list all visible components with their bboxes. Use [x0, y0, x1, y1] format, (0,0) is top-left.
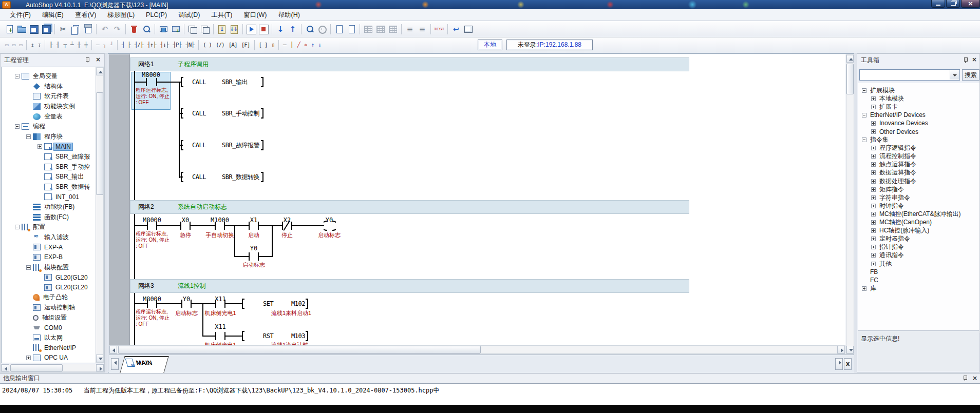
scroll-thumb[interactable] — [10, 364, 63, 371]
contact-label[interactable]: X11 — [215, 296, 226, 303]
tree-item[interactable]: 功能块(FB) — [2, 202, 104, 212]
contact-label[interactable]: M8000 — [143, 217, 161, 224]
chevron-down-icon[interactable] — [950, 70, 959, 80]
expand-toggle-icon[interactable] — [26, 356, 31, 360]
copy-icon[interactable] — [70, 24, 81, 35]
contact-label[interactable]: X11 — [215, 324, 226, 330]
expand-toggle-icon[interactable] — [862, 137, 866, 142]
expand-toggle-icon[interactable] — [871, 237, 876, 241]
delete-icon[interactable] — [128, 24, 140, 35]
output-message-area[interactable]: 2024/08/07 15:30:05 当前工程为低版本工程，原工程已备份至:F… — [0, 383, 980, 405]
scroll-up-button[interactable] — [846, 55, 854, 63]
scroll-thumb[interactable] — [846, 64, 854, 94]
line-horizontal-icon[interactable]: ─ — [95, 40, 101, 51]
menu-item-8[interactable]: 帮助(H) — [273, 9, 306, 21]
save-icon[interactable] — [28, 24, 40, 35]
tree-item[interactable]: 字符串指令 — [858, 193, 979, 202]
scroll-thumb[interactable] — [96, 92, 103, 195]
expand-toggle-icon[interactable] — [871, 228, 876, 233]
expand-toggle-icon[interactable] — [871, 253, 876, 258]
menu-item-6[interactable]: 工具(T) — [205, 9, 238, 21]
compare-box-icon[interactable]: ▯ — [270, 40, 276, 51]
move-up-icon[interactable]: ↑ — [310, 40, 316, 51]
expand-toggle-icon[interactable] — [871, 212, 876, 217]
coil-negated-icon[interactable]: (/) — [214, 40, 226, 51]
tree-item[interactable]: MC轴控(CanOpen) — [858, 219, 979, 227]
contact-label[interactable]: Y0 — [250, 245, 257, 252]
tree-item[interactable]: 编程 — [2, 122, 104, 132]
tree-item[interactable]: 全局变量 — [2, 71, 104, 82]
expand-toggle-icon[interactable] — [871, 162, 876, 167]
run-icon[interactable] — [246, 24, 257, 35]
tree-item[interactable]: EXP-A — [2, 242, 104, 252]
tree-item[interactable]: HC轴控(脉冲输入) — [858, 227, 979, 235]
call-operand[interactable]: SBR_输出 — [222, 78, 248, 86]
tree-item[interactable]: GL20(GL20 — [2, 272, 104, 283]
undo-icon[interactable]: ↶ — [99, 24, 110, 35]
tree-item[interactable]: 结构体 — [2, 82, 104, 92]
branch-node-icon[interactable]: ┿ — [83, 40, 89, 51]
tree-item[interactable]: 触点运算指令 — [858, 161, 979, 169]
expand-toggle-icon[interactable] — [871, 245, 876, 249]
tree-item[interactable]: SBR_手动控 — [2, 162, 104, 172]
tree-item[interactable]: 运动控制轴 — [2, 303, 104, 313]
network-2-header[interactable]: 网络2 系统自动启动标志 — [130, 200, 689, 214]
title-bar[interactable]: AutoShop V4.10.1.1 F:\QQ浏览器下载\123 - [MAI… — [0, 0, 980, 9]
branch-cross-icon[interactable]: ╂ — [76, 40, 82, 51]
expand-toggle-icon[interactable] — [15, 225, 20, 229]
tree-item[interactable]: SBR_输出 — [2, 172, 104, 182]
write-monitor-icon[interactable]: ✎ — [333, 24, 345, 35]
scroll-right-button[interactable] — [837, 346, 845, 353]
contact-label[interactable]: M8000 — [143, 296, 161, 303]
call-op[interactable]: CALL — [192, 173, 206, 181]
draw-hline-icon[interactable]: ─ — [281, 40, 288, 51]
tree-item[interactable]: Other Devices — [858, 127, 979, 135]
stop-icon[interactable] — [258, 24, 269, 35]
ladder-canvas[interactable]: 网络1 子程序调用 M8000 程序运行标志,运行: ON, 停止: OFF C… — [109, 54, 845, 345]
scroll-left-button[interactable] — [2, 364, 9, 371]
tab-close-button[interactable]: x — [844, 358, 852, 370]
draw-vline-icon[interactable]: │ — [289, 40, 295, 51]
tree-item[interactable]: 时钟指令 — [858, 202, 979, 210]
tree-item[interactable]: 扩展卡 — [858, 103, 979, 111]
expand-toggle-icon[interactable] — [862, 113, 866, 117]
tree-item[interactable]: FB — [858, 268, 979, 276]
delete-element-icon[interactable]: ∗ — [303, 40, 309, 51]
close-panel-icon[interactable]: × — [972, 375, 978, 382]
tree-item[interactable]: GL20(GL20 — [2, 282, 104, 292]
window-cascade-icon[interactable] — [187, 24, 198, 35]
insert-row-below-icon[interactable]: ↧ — [36, 40, 43, 51]
tree-item[interactable]: FC — [858, 276, 979, 284]
expand-toggle-icon[interactable] — [871, 220, 876, 225]
close-panel-icon[interactable]: × — [971, 56, 977, 63]
instr-operand[interactable]: M102 — [291, 300, 305, 307]
instr-op[interactable]: RST — [263, 332, 273, 340]
call-op[interactable]: CALL — [192, 110, 206, 117]
contact-nc-icon[interactable]: ┤/├ — [133, 40, 145, 51]
call-operand[interactable]: SBR_手动控制 — [222, 110, 259, 117]
tree-item[interactable]: 函数(FC) — [2, 212, 104, 222]
insert-row-above-icon[interactable]: ↥ — [29, 40, 35, 51]
tree-item[interactable]: EtherNet/IP Devices — [858, 111, 979, 119]
open-project-icon[interactable] — [16, 24, 27, 35]
upload-program-icon[interactable] — [229, 24, 240, 35]
local-mode-button[interactable]: 本地 — [478, 40, 502, 50]
tree-item[interactable]: 程序逻辑指令 — [858, 144, 979, 152]
tree-item[interactable]: 本地模块 — [858, 94, 979, 103]
tab-scroll-left-button[interactable] — [111, 358, 119, 370]
expand-toggle-icon[interactable] — [862, 286, 866, 291]
tree-item[interactable]: 配置 — [2, 222, 104, 232]
contact-label[interactable]: X1 — [250, 217, 257, 224]
jump-icon[interactable]: ↩ — [450, 24, 462, 35]
expand-toggle-icon[interactable] — [871, 129, 876, 134]
scroll-thumb[interactable] — [118, 346, 481, 353]
pin-icon[interactable] — [963, 57, 968, 63]
call-op[interactable]: CALL — [192, 78, 206, 86]
test-icon[interactable] — [434, 24, 445, 35]
coil-a-icon[interactable]: [A] — [227, 40, 239, 51]
close-button[interactable] — [961, 0, 980, 8]
tree-item[interactable]: 变量表 — [2, 111, 104, 122]
tree-item[interactable]: 通讯指令 — [858, 251, 979, 260]
instr-op[interactable]: SET — [263, 300, 273, 307]
save-all-icon[interactable] — [41, 24, 52, 35]
